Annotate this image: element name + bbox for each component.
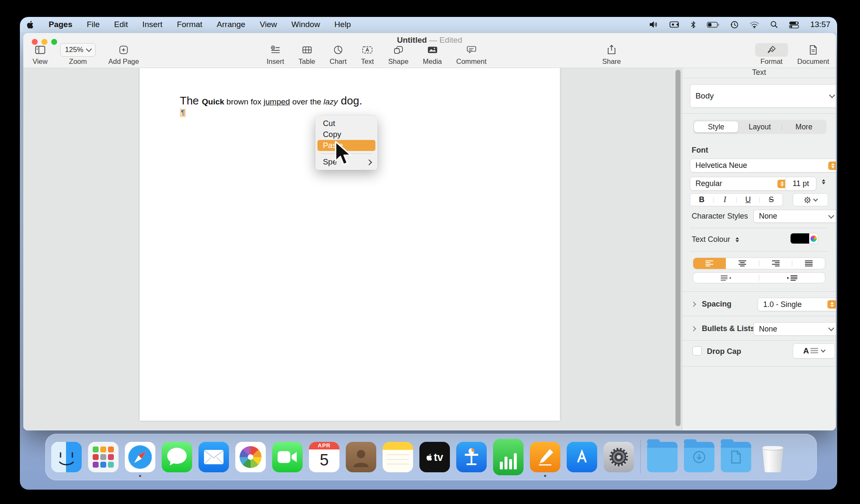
dock-appletv-icon[interactable]: tv	[419, 442, 450, 472]
dock-notes-icon[interactable]	[383, 442, 413, 472]
time-machine-icon[interactable]	[730, 21, 739, 29]
zoom-dropdown[interactable]: 125%	[60, 43, 95, 57]
bold-button[interactable]: B	[690, 195, 713, 205]
italic-button[interactable]: I	[714, 195, 736, 205]
dock-settings-icon[interactable]	[604, 442, 634, 472]
share-icon	[607, 43, 616, 57]
drop-cap-style-dropdown[interactable]: A	[793, 343, 835, 359]
font-family-dropdown[interactable]: Helvetica Neue	[690, 159, 836, 173]
dock-safari-icon[interactable]	[125, 442, 155, 472]
dock-documents-folder-icon[interactable]	[721, 442, 751, 472]
align-right-button[interactable]	[759, 258, 792, 269]
menubar-item-edit[interactable]: Edit	[114, 20, 128, 29]
context-menu-copy[interactable]: Copy	[317, 129, 375, 140]
document-button[interactable]: Document	[797, 43, 829, 66]
text-colour-stepper-icon[interactable]	[736, 237, 739, 242]
zoom-control[interactable]: 125% Zoom	[60, 43, 95, 66]
dock-contacts-icon[interactable]	[346, 442, 376, 472]
drop-cap-checkbox[interactable]	[692, 346, 702, 356]
align-justify-button[interactable]	[792, 258, 825, 269]
bluetooth-icon[interactable]	[691, 21, 696, 29]
dock-trash-icon[interactable]	[758, 442, 788, 472]
document-text-line[interactable]: The Quick brown fox jumped over the lazy…	[180, 94, 362, 107]
chart-button[interactable]: Chart	[330, 43, 347, 66]
menubar-item-insert[interactable]: Insert	[142, 20, 163, 29]
colour-swatch-black[interactable]	[791, 233, 809, 244]
wifi-icon[interactable]	[750, 21, 759, 28]
dock-appstore-icon[interactable]	[567, 442, 597, 472]
media-button[interactable]: Media	[423, 43, 442, 66]
colour-wheel-button[interactable]	[809, 233, 818, 244]
dock-photos-icon[interactable]	[235, 442, 266, 472]
spacing-label-text: Spacing	[702, 300, 731, 308]
dock-launchpad-icon[interactable]	[88, 442, 119, 472]
control-center-icon[interactable]	[789, 21, 799, 28]
bullets-value: None	[759, 325, 777, 334]
dock-folder-icon[interactable]	[647, 442, 678, 472]
appletv-label: tv	[434, 451, 443, 463]
increase-indent-button[interactable]	[759, 273, 825, 283]
dock-numbers-icon[interactable]	[493, 439, 524, 475]
text-colour-well[interactable]	[791, 233, 818, 244]
stepper-icon[interactable]	[828, 162, 836, 170]
disclosure-chevron-icon[interactable]	[691, 326, 696, 331]
clock-time[interactable]: 13:57	[810, 20, 830, 29]
strikethrough-button[interactable]: S	[760, 195, 783, 205]
underline-button[interactable]: U	[737, 195, 760, 205]
comment-button[interactable]: Comment	[456, 43, 487, 66]
dock-pages-icon[interactable]	[530, 442, 560, 472]
disclosure-chevron-icon[interactable]	[691, 301, 696, 307]
tab-layout[interactable]: Layout	[738, 121, 782, 132]
table-button[interactable]: Table	[298, 43, 315, 66]
menubar-item-format[interactable]: Format	[177, 20, 202, 29]
dock-messages-icon[interactable]	[162, 442, 192, 472]
menubar-item-view[interactable]: View	[260, 20, 277, 29]
dock-finder-icon[interactable]	[51, 442, 82, 472]
paragraph-style-dropdown[interactable]: Body	[690, 84, 836, 108]
battery-icon[interactable]	[707, 22, 719, 28]
menubar-item-help[interactable]: Help	[334, 20, 351, 29]
menubar-item-pages[interactable]: Pages	[49, 20, 72, 29]
dock-downloads-folder-icon[interactable]	[684, 442, 714, 472]
decrease-indent-button[interactable]	[693, 273, 759, 283]
tab-more[interactable]: More	[782, 121, 826, 132]
bullets-label-text: Bullets & Lists	[702, 324, 755, 333]
screen-mirroring-icon[interactable]	[670, 21, 680, 28]
dock-mail-icon[interactable]	[198, 442, 229, 472]
shape-button[interactable]: Shape	[388, 43, 408, 66]
add-page-button[interactable]: Add Page	[108, 43, 139, 66]
menubar-item-arrange[interactable]: Arrange	[217, 20, 245, 29]
stepper-icon[interactable]	[827, 300, 836, 309]
advanced-text-options-button[interactable]	[793, 193, 828, 206]
share-button[interactable]: Share	[602, 43, 621, 66]
insert-button[interactable]: Insert	[267, 43, 284, 66]
spotlight-search-icon[interactable]	[770, 21, 778, 28]
align-center-button[interactable]	[726, 258, 758, 269]
font-size-stepper[interactable]	[822, 179, 825, 184]
align-left-button[interactable]	[693, 258, 726, 269]
drop-cap-letter: A	[803, 346, 809, 356]
font-size-field[interactable]: 11 pt	[785, 177, 816, 191]
vertical-scrollbar[interactable]	[675, 70, 681, 426]
dock-calendar-icon[interactable]: APR 5	[309, 442, 339, 472]
format-button[interactable]: Format	[755, 43, 788, 66]
bullets-dropdown[interactable]: None	[753, 322, 836, 336]
dock-facetime-icon[interactable]	[272, 442, 303, 472]
apple-menu-icon[interactable]	[27, 20, 34, 29]
shape-icon	[393, 43, 404, 57]
volume-icon[interactable]	[649, 21, 659, 28]
table-label: Table	[298, 58, 315, 66]
font-weight-dropdown[interactable]: Regular	[690, 177, 788, 191]
document-canvas[interactable]: The Quick brown fox jumped over the lazy…	[23, 68, 682, 430]
menubar-item-file[interactable]: File	[87, 20, 100, 29]
dock-keynote-icon[interactable]	[456, 442, 487, 472]
tab-style[interactable]: Style	[694, 121, 738, 132]
menubar-item-window[interactable]: Window	[292, 20, 320, 29]
window-titlebar[interactable]: Untitled — Edited View 125% Zoom	[23, 33, 836, 68]
spacing-dropdown[interactable]: 1.0 - Single	[758, 298, 836, 311]
text-button[interactable]: Text	[361, 43, 374, 66]
context-menu-cut[interactable]: Cut	[317, 118, 375, 129]
view-button[interactable]: View	[33, 43, 47, 66]
character-styles-dropdown[interactable]: None	[753, 210, 836, 223]
running-indicator	[544, 475, 546, 477]
